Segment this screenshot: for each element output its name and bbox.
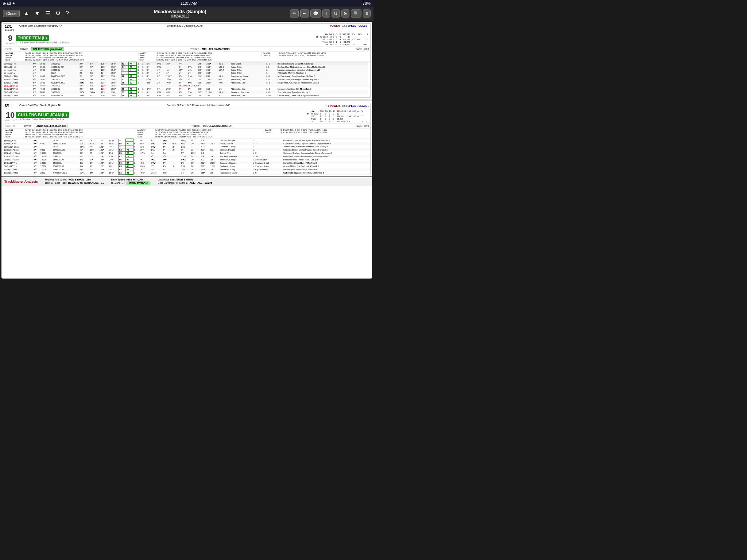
table-row: 01Nov11⁷ Chstift⁴⁶1400015000CLM 1¼27⁴125…	[3, 158, 370, 161]
toolbar-left: Close ▲ ▼ ☰ ⚙ ?	[3, 9, 70, 18]
status-time: 11:03 AM	[181, 1, 197, 5]
toolbar: Close ▲ ▼ ☰ ⚙ ? Meadowlands (Sample) 03/…	[0, 7, 374, 20]
life-stats-10: Life136181616$214,2351514 Chsti:5 8485 2…	[306, 110, 369, 122]
toolbar-title: Meadowlands (Sample) 03/24/2012	[70, 9, 290, 18]
color-label-10: Blue-Red	[5, 125, 21, 127]
down-icon[interactable]: ▼	[33, 9, 42, 18]
pp-notes-9: PP9 (-12)	[5, 42, 15, 44]
text-button[interactable]: T	[322, 9, 330, 18]
page-icon[interactable]: ☰	[44, 9, 52, 18]
driver-9: TIM TETRICK grn-yel-wh	[31, 47, 65, 51]
breeder-9: Breeder: L & L Devisser LLC,MI	[167, 24, 314, 27]
search-button[interactable]: 🔍	[351, 9, 361, 18]
status-left: iPad ✦	[3, 1, 15, 6]
pen-button[interactable]: ✒	[300, 9, 309, 18]
analysis-bar: TrackMaster Analysis Highest Win Win%: I…	[1, 176, 372, 186]
odds-9: 12/1 $10,000	[5, 24, 19, 31]
table-row: 17Oct11⁴ Yrsft⁶⁴1400015000CL 1¼27⁴125²20…	[3, 161, 370, 164]
close-button[interactable]: Close	[3, 10, 20, 17]
trainer-10: DOUGLAS DILLOIAN JR	[203, 125, 232, 127]
list-button[interactable]: ≡	[363, 9, 371, 18]
pp-notes-10: PP10 (-26)	[5, 119, 15, 121]
table-row: 09Mar12¹ M¹ft⁴⁵750010000CL 27457²125²154…	[3, 62, 370, 65]
status-bar: iPad ✦ 11:03 AM 78%	[0, 0, 374, 7]
underline-button[interactable]: U̲	[332, 9, 340, 18]
table-row: 09Oct11⁴ Chstift⁴⁵980010000CL 27⅔56⅔125³…	[3, 90, 370, 94]
horse-desc-10: b g 8 Christian Cullen-Gina Rosa-Plat Du…	[16, 118, 69, 121]
status-right: 78%	[363, 1, 371, 5]
table-row: 01Mar12³ M¹ft³⁹750010000CL OP 28²57¹125⁴…	[3, 65, 370, 69]
strikethrough-button[interactable]: S̶	[341, 9, 349, 18]
table-row: 12Nov11⁶ Fhldft⁵⁶3600NW3500L5CD 28⅔58128…	[3, 81, 370, 84]
life-stats-9: Life849810$80,240154DDi3 7680 20123000$0…	[315, 33, 369, 46]
table-row: 24Sep11² Fhldft⁷²3400NW2500L5CD 27⅔57¹12…	[3, 94, 370, 97]
power-speed-10: ● 1 POWER - 80.3 SPEED - CLASS -	[314, 104, 369, 108]
up-icon[interactable]: ▲	[22, 9, 31, 18]
breeder-10: Breeder: S Jones & C Karvouniaris & L Ka…	[167, 104, 314, 106]
table-row: 10Sep11⁹ Fhldft⁷⁸3400NW2500L5CD 27⅔56⁴12…	[3, 171, 370, 174]
trainer-9: MICHAEL SAMARTINO	[202, 48, 230, 50]
table-row: 22Jan12¹⁰ M¹ft²⁷750010000CL 27⁴57⁴125³15…	[3, 69, 370, 71]
odds-10: 8/1	[5, 104, 19, 108]
owner-10: Owner East Wind Stable,Neptune,NJ	[19, 104, 167, 106]
hard-closer-highlight: IRON BYRON	[126, 181, 151, 185]
table-row: 02Mar12⁹ Chstift⁴⁴QUA 28⅔59¹126⁰201³ □ □…	[3, 145, 370, 148]
toolbar-right: ✏ ✒ 💬 T U̲ S̶ 🔍 ≡	[290, 9, 371, 18]
table-row: 19Jan12⁶ M¹ft²⁷QUA 2856¹124¹153² - - 81 …	[3, 71, 370, 74]
horse-name-9: THREE TEN (L)	[16, 35, 49, 41]
table-row: 03Dec11⁵ Fhldft⁴⁵4000NW2500L5CD 2857127⁵…	[3, 74, 370, 78]
track-name: Meadowlands (Sample)	[70, 9, 290, 14]
horse-desc-9: b h 6 Three Olives-Future Forecast-Falco…	[16, 41, 69, 44]
table-row: 28Nov11¹⁰ Chstift⁵⁷1350015000CL 27¹55⁴12…	[3, 151, 370, 155]
entry-divider	[1, 99, 372, 101]
table-row: 29Oct11⁴ Fhldft⁵³400010000CL 28¹58¹127⁴1…	[3, 84, 370, 87]
race-date: 03/24/2012	[70, 14, 290, 18]
main-content[interactable]: 12/1 $10,000 Owner Mark S Labbree,Woodbu…	[1, 22, 372, 279]
color-label-9: Purple	[5, 48, 18, 50]
speech-button[interactable]: 💬	[310, 9, 321, 18]
help-icon[interactable]: ?	[64, 9, 70, 18]
table-row: 10Mar12⁴ M¹ft⁴⁰675010000CL OP 27¹57¾1261…	[3, 142, 370, 145]
table-row: 16Mar12⁴ M¹ft⁴⁵QUA 27¹54121148⁴ □ □ 5 4¹…	[3, 139, 370, 142]
settings-icon[interactable]: ⚙	[54, 9, 62, 18]
pp-10: 10	[6, 111, 15, 119]
pp-table-9: 09Mar12¹ M¹ft⁴⁵750010000CL 27457²125²154…	[3, 62, 370, 97]
driver-10: ANDY MILLER or-wh-blk	[35, 124, 68, 128]
table-row: 12Dec11⁴ Chstift⁴²930010000CLCD 29¹10013…	[3, 148, 370, 151]
edit-pencil-button[interactable]: ✏	[290, 9, 299, 18]
power-speed-9: POWER - 72.1 SPEED - CLASS -	[314, 24, 369, 27]
table-row: 20Sep11⁵ Yrsft⁶⁸1700015000CLM 1¼27¹125⁴2…	[3, 168, 370, 171]
owner-9: Owner Mark S Labbree,Woodbury,NJ	[19, 24, 167, 27]
horse-entry-10: 8/1 Owner East Wind Stable,Neptune,NJ Br…	[3, 103, 371, 175]
table-row: 19Nov11⁵ Fhldft⁵³360010000CL 28⅔58128²15…	[3, 78, 370, 81]
table-row: 15Nov11⁷ Chstift⁶⁶1350015000CL 27¹55⁴124…	[3, 155, 370, 158]
table-row: 04Oct11⁵ Yrsft⁵⁵1700015000CLM 1¼27¹125⁴2…	[3, 164, 370, 168]
horse-name-10: CULLENS BLUE JEAN (L)	[16, 112, 69, 118]
pp-table-10: 16Mar12⁴ M¹ft⁴⁵QUA 27¹54121148⁴ □ □ 5 4¹…	[3, 139, 370, 175]
pp-9: 9	[8, 34, 12, 42]
table-row: 22Oct11⁸ Fhldft⁶⁰400010000CL 28¹58²126³1…	[3, 87, 370, 90]
horse-entry-9: 12/1 $10,000 Owner Mark S Labbree,Woodbu…	[3, 23, 371, 98]
